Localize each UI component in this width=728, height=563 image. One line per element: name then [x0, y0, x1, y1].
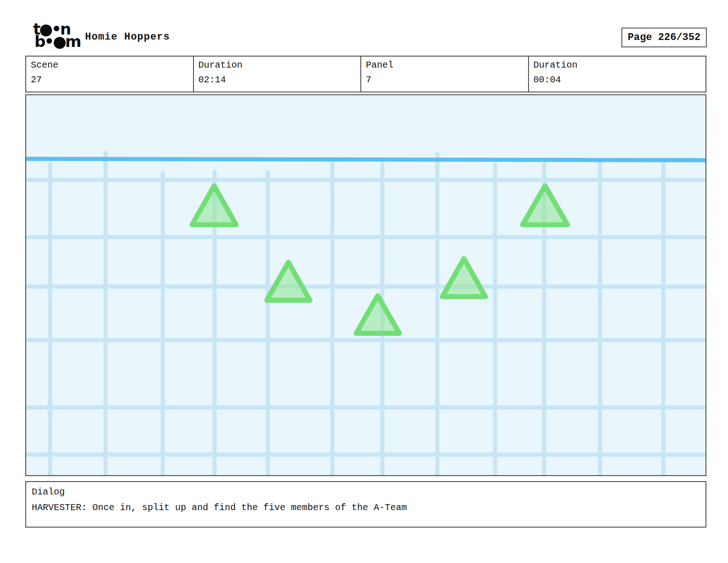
- green-triangle: [443, 259, 486, 297]
- scene-label: Scene: [31, 58, 188, 73]
- green-triangle: [523, 186, 568, 225]
- horizon-line: [26, 159, 705, 160]
- project-title: Homie Hoppers: [85, 31, 170, 43]
- dialog-line: HARVESTER: Once in, split up and find th…: [32, 500, 700, 516]
- scene-value: 27: [31, 73, 188, 87]
- panel-info-row: Scene 27 Duration 02:14 Panel 7 Duration…: [25, 56, 706, 92]
- storyboard-panel-frame: [25, 94, 706, 476]
- panel-duration-cell: Duration 00:04: [528, 56, 706, 92]
- panel-number-label: Panel: [366, 58, 523, 73]
- scene-duration-label: Duration: [199, 58, 356, 73]
- scene-duration-value: 02:14: [199, 73, 356, 87]
- panel-duration-label: Duration: [534, 58, 701, 73]
- page-number-box: Page 226/352: [621, 28, 707, 47]
- page-number-label: Page 226/352: [628, 32, 700, 43]
- dialog-label: Dialog: [32, 484, 700, 500]
- green-triangle: [356, 296, 399, 333]
- panel-number-cell: Panel 7: [360, 56, 529, 92]
- green-triangle: [192, 186, 236, 225]
- panel-drawing: [26, 95, 705, 475]
- storyboard-page: t●•nb•●m Homie Hoppers Page 226/352 Scen…: [0, 0, 728, 563]
- dialog-box: Dialog HARVESTER: Once in, split up and …: [25, 481, 706, 528]
- logo-line-2: b•●m: [34, 32, 80, 51]
- scene-cell: Scene 27: [25, 56, 194, 92]
- toonboom-logo: t●•nb•●m: [33, 23, 80, 48]
- scene-duration-cell: Duration 02:14: [193, 56, 362, 92]
- green-triangle: [267, 262, 310, 300]
- panel-duration-value: 00:04: [534, 73, 701, 87]
- panel-number-value: 7: [366, 73, 523, 87]
